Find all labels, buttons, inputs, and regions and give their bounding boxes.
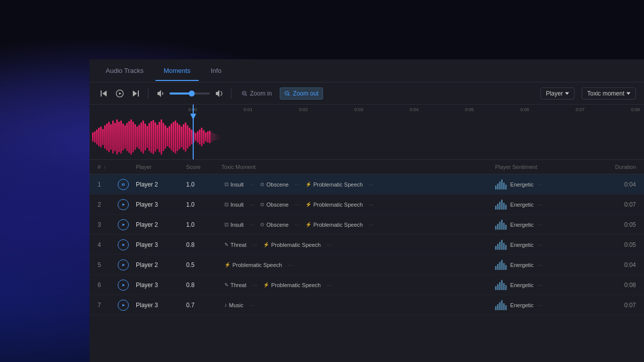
svg-rect-21 bbox=[128, 121, 130, 153]
timeline-marker-7: 0:07 bbox=[576, 107, 585, 112]
row-toxic-tags: ✎ Threat ··· ⚡ Problematic Speech ··· bbox=[221, 241, 495, 249]
sentiment-menu-dots[interactable]: ··· bbox=[538, 202, 542, 208]
col-header-num[interactable]: # ↑ bbox=[98, 164, 118, 170]
sentiment-bar bbox=[497, 264, 499, 270]
tag-menu-dots[interactable]: ··· bbox=[253, 282, 257, 288]
sentiment-menu-dots[interactable]: ··· bbox=[538, 242, 542, 248]
svg-rect-18 bbox=[122, 124, 124, 150]
tab-audio-tracks[interactable]: Audio Tracks bbox=[98, 61, 151, 80]
sentiment-bar bbox=[499, 262, 501, 270]
play-button[interactable] bbox=[118, 199, 129, 210]
tag-menu-dots[interactable]: ··· bbox=[369, 222, 373, 228]
row-sentiment: Energetic ··· bbox=[495, 260, 596, 270]
svg-rect-58 bbox=[203, 130, 204, 144]
tag-menu-dots[interactable]: ··· bbox=[288, 262, 292, 268]
play-pause-button[interactable] bbox=[114, 87, 126, 100]
col-header-toxic: Toxic Moment bbox=[221, 164, 495, 170]
row-player: Player 3 bbox=[136, 302, 186, 309]
sentiment-menu-dots[interactable]: ··· bbox=[538, 302, 542, 308]
mute-button[interactable] bbox=[154, 87, 167, 100]
svg-rect-66 bbox=[219, 135, 220, 139]
svg-rect-12 bbox=[110, 124, 112, 150]
tag-menu-dots[interactable]: ··· bbox=[295, 202, 299, 208]
row-sentiment: Energetic ··· bbox=[495, 220, 596, 230]
tag-label: Insult bbox=[230, 202, 244, 208]
row-duration: 0:04 bbox=[596, 181, 636, 188]
problematic-icon: ⚡ bbox=[263, 242, 269, 247]
svg-rect-10 bbox=[106, 124, 108, 150]
tag-menu-dots[interactable]: ··· bbox=[295, 182, 299, 188]
play-button[interactable] bbox=[118, 219, 129, 230]
row-number: 6 bbox=[98, 282, 118, 289]
tag-menu-dots[interactable]: ··· bbox=[250, 182, 254, 188]
volume-slider-track[interactable] bbox=[170, 93, 210, 95]
sentiment-bar bbox=[503, 183, 505, 190]
svg-rect-15 bbox=[116, 119, 118, 154]
row-score: 1.0 bbox=[186, 201, 221, 208]
tab-info[interactable]: Info bbox=[203, 61, 230, 80]
skip-back-button[interactable] bbox=[98, 87, 110, 100]
sentiment-menu-dots[interactable]: ··· bbox=[538, 262, 542, 268]
sentiment-menu-dots[interactable]: ··· bbox=[538, 222, 542, 228]
sentiment-menu-dots[interactable]: ··· bbox=[538, 182, 542, 188]
sentiment-bars bbox=[495, 220, 507, 230]
tag-menu-dots[interactable]: ··· bbox=[253, 242, 257, 248]
tag-problematic: ⚡ Problematic Speech bbox=[221, 261, 285, 269]
threat-icon: ✎ bbox=[224, 242, 228, 247]
svg-rect-31 bbox=[148, 123, 150, 151]
tag-menu-dots[interactable]: ··· bbox=[250, 302, 254, 308]
sentiment-bar bbox=[503, 263, 505, 270]
playhead[interactable] bbox=[193, 105, 194, 159]
play-button[interactable] bbox=[118, 300, 129, 311]
sentiment-menu-dots[interactable]: ··· bbox=[538, 282, 542, 288]
row-duration: 0:08 bbox=[596, 282, 636, 289]
volume-thumb[interactable] bbox=[189, 90, 195, 97]
play-button[interactable] bbox=[118, 239, 129, 250]
sentiment-bar bbox=[495, 306, 497, 310]
toxic-moment-dropdown[interactable]: Toxic moment bbox=[582, 87, 636, 100]
play-button[interactable] bbox=[118, 259, 129, 270]
svg-rect-63 bbox=[213, 133, 214, 141]
svg-rect-16 bbox=[118, 122, 120, 152]
zoom-out-button[interactable]: Zoom out bbox=[280, 87, 323, 100]
sentiment-label: Energetic bbox=[509, 282, 534, 288]
play-button[interactable] bbox=[118, 280, 129, 291]
volume-control bbox=[154, 87, 225, 100]
sentiment-bar bbox=[497, 204, 499, 210]
sentiment-label: Energetic bbox=[509, 222, 534, 228]
tag-menu-dots[interactable]: ··· bbox=[327, 282, 331, 288]
player-dropdown[interactable]: Player bbox=[540, 87, 575, 100]
sentiment-bar bbox=[505, 205, 507, 210]
skip-forward-button[interactable] bbox=[130, 87, 142, 100]
tag-menu-dots[interactable]: ··· bbox=[250, 222, 254, 228]
tab-moments[interactable]: Moments bbox=[155, 61, 198, 80]
row-number: 2 bbox=[98, 201, 118, 208]
col-header-player: Player bbox=[136, 164, 186, 170]
row-sentiment: Energetic ··· bbox=[495, 200, 596, 210]
svg-rect-14 bbox=[114, 123, 116, 151]
sentiment-bars bbox=[495, 260, 507, 270]
tag-label: Obscene bbox=[266, 202, 288, 208]
col-header-duration: Duration bbox=[596, 164, 636, 170]
timeline-marker-4: 0:04 bbox=[410, 107, 419, 112]
play-active-indicator[interactable] bbox=[118, 179, 129, 190]
tag-menu-dots[interactable]: ··· bbox=[250, 202, 254, 208]
tag-menu-dots[interactable]: ··· bbox=[295, 222, 299, 228]
sentiment-bar bbox=[495, 246, 497, 250]
chevron-down-icon bbox=[565, 92, 569, 95]
tag-menu-dots[interactable]: ··· bbox=[327, 242, 331, 248]
tag-obscene: ⊙ Obscene bbox=[257, 180, 291, 189]
sentiment-bar bbox=[495, 286, 497, 290]
sentiment-bar bbox=[499, 242, 501, 250]
row-score: 0.7 bbox=[186, 302, 221, 309]
svg-rect-23 bbox=[132, 122, 134, 152]
chevron-down-icon-2 bbox=[626, 92, 630, 95]
row-number: 3 bbox=[98, 221, 118, 228]
tag-menu-dots[interactable]: ··· bbox=[369, 182, 373, 188]
svg-rect-61 bbox=[209, 131, 210, 143]
tag-menu-dots[interactable]: ··· bbox=[369, 202, 373, 208]
volume-up-button[interactable] bbox=[213, 87, 225, 100]
sentiment-bar bbox=[501, 179, 503, 190]
zoom-in-button[interactable]: Zoom in bbox=[237, 88, 276, 99]
table-row: 3 Player 2 1.0 ⊡ Insult ··· ⊙ Obscene ··… bbox=[90, 215, 644, 235]
